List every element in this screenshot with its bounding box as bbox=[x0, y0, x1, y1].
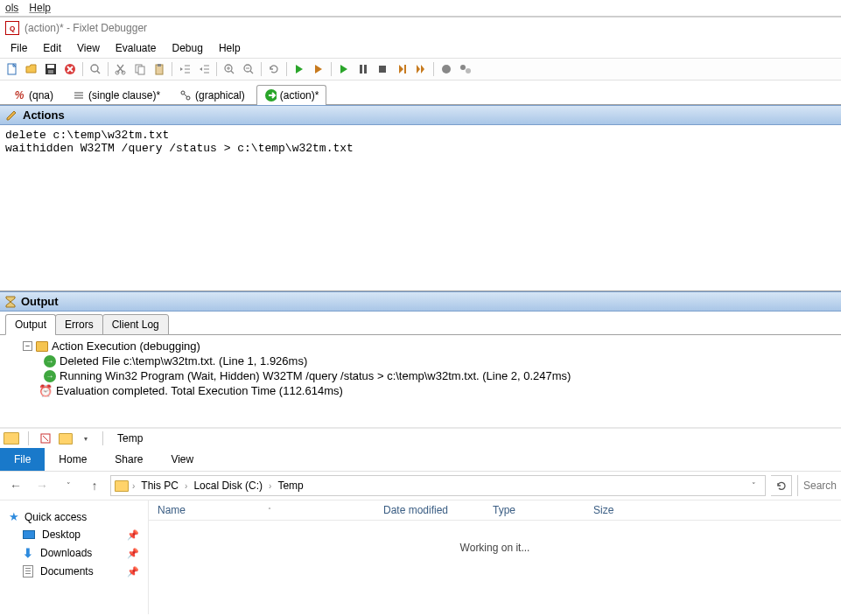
nav-downloads[interactable]: ⬇ Downloads 📌 bbox=[4, 543, 144, 563]
paste-icon[interactable] bbox=[151, 60, 168, 78]
file-list-view[interactable]: Name ˄ Date modified Type Size Working o… bbox=[149, 500, 841, 614]
navigation-row: ← → ˅ ↑ › This PC › Local Disk (C:) › Te… bbox=[0, 472, 841, 500]
tree-item-label: Deleted File c:\temp\w32tm.txt. (Line 1,… bbox=[60, 354, 307, 368]
svg-point-32 bbox=[466, 68, 471, 74]
tab-qna[interactable]: % (qna) bbox=[5, 85, 61, 105]
app-icon: Q bbox=[5, 21, 19, 35]
svg-line-6 bbox=[97, 71, 100, 74]
column-date-modified[interactable]: Date modified bbox=[375, 500, 484, 520]
tree-root-row[interactable]: − Action Execution (debugging) bbox=[9, 339, 832, 354]
navigation-pane: ★ Quick access Desktop 📌 ⬇ Downloads 📌 D… bbox=[0, 500, 149, 614]
actions-editor[interactable]: delete c:\temp\w32tm.txt waithidden W32T… bbox=[0, 125, 841, 291]
tree-collapse-icon[interactable]: − bbox=[23, 341, 32, 351]
search-icon[interactable] bbox=[87, 60, 104, 78]
chevron-right-icon[interactable]: › bbox=[130, 481, 137, 491]
zoom-in-icon[interactable] bbox=[221, 60, 238, 78]
output-tab-errors[interactable]: Errors bbox=[55, 314, 103, 335]
ribbon-tab-home[interactable]: Home bbox=[45, 448, 101, 471]
step-over-icon[interactable] bbox=[393, 60, 410, 78]
tree-eval-label: Evaluation completed. Total Execution Ti… bbox=[56, 384, 343, 397]
breadcrumb-local-disk[interactable]: Local Disk (C:) bbox=[191, 480, 265, 492]
address-bar[interactable]: › This PC › Local Disk (C:) › Temp ˅ bbox=[110, 475, 766, 496]
up-button[interactable]: ↑ bbox=[84, 475, 105, 496]
folder-icon bbox=[115, 480, 129, 492]
ribbon-tab-share[interactable]: Share bbox=[101, 448, 157, 471]
recent-dropdown[interactable]: ˅ bbox=[58, 475, 79, 496]
ribbon-tabs: File Home Share View bbox=[0, 448, 841, 472]
breadcrumb-this-pc[interactable]: This PC bbox=[138, 480, 181, 492]
run-alt-icon[interactable] bbox=[310, 60, 327, 78]
stop-close-icon[interactable] bbox=[61, 60, 79, 78]
debug-run-icon[interactable] bbox=[335, 60, 353, 78]
nav-documents[interactable]: Documents 📌 bbox=[4, 563, 144, 580]
bg-menu-item[interactable]: Help bbox=[29, 2, 51, 14]
breakpoints-manage-icon[interactable] bbox=[457, 60, 474, 78]
tree-eval-row: ⏰ Evaluation completed. Total Execution … bbox=[9, 383, 832, 398]
ribbon-tab-view[interactable]: View bbox=[157, 448, 207, 471]
output-tabs: Output Errors Client Log bbox=[0, 312, 841, 334]
zoom-out-icon[interactable] bbox=[240, 60, 257, 78]
menu-help[interactable]: Help bbox=[212, 40, 248, 56]
address-dropdown-icon[interactable]: ˅ bbox=[746, 481, 761, 490]
forward-button[interactable]: → bbox=[32, 475, 53, 496]
column-label: Name bbox=[158, 504, 186, 516]
folder-icon bbox=[36, 341, 48, 352]
new-file-icon[interactable] bbox=[4, 60, 21, 78]
back-button[interactable]: ← bbox=[5, 475, 26, 496]
save-icon[interactable] bbox=[42, 60, 60, 78]
tab-label: (single clause)* bbox=[88, 89, 160, 102]
folder-icon[interactable] bbox=[59, 433, 73, 444]
qat-properties-icon[interactable] bbox=[38, 430, 53, 446]
single-clause-icon bbox=[73, 89, 85, 102]
menu-evaluate[interactable]: Evaluate bbox=[109, 40, 164, 56]
nav-desktop[interactable]: Desktop 📌 bbox=[4, 526, 144, 543]
ribbon-tab-file[interactable]: File bbox=[0, 448, 45, 471]
desktop-icon bbox=[23, 530, 35, 539]
cut-icon[interactable] bbox=[112, 60, 130, 78]
indent-icon[interactable] bbox=[195, 60, 213, 78]
chevron-right-icon[interactable]: › bbox=[183, 481, 189, 491]
breadcrumb-temp[interactable]: Temp bbox=[275, 480, 305, 492]
toolbar-separator bbox=[286, 62, 287, 76]
document-tabs: % (qna) (single clause)* (graphical) (ac… bbox=[0, 80, 841, 105]
pin-icon: 📌 bbox=[127, 548, 139, 559]
column-name[interactable]: Name ˄ bbox=[149, 500, 375, 520]
qat-separator bbox=[28, 431, 29, 445]
chevron-right-icon[interactable]: › bbox=[267, 481, 273, 491]
qat-customize-icon[interactable]: ▾ bbox=[78, 430, 94, 446]
menu-edit[interactable]: Edit bbox=[36, 40, 68, 56]
stop-icon[interactable] bbox=[374, 60, 391, 78]
tab-graphical[interactable]: (graphical) bbox=[172, 85, 253, 105]
search-input[interactable]: Search bbox=[797, 475, 836, 496]
refresh-button[interactable] bbox=[771, 475, 792, 496]
step-continue-icon[interactable] bbox=[412, 60, 430, 78]
nav-quick-access[interactable]: ★ Quick access bbox=[4, 508, 144, 526]
copy-icon[interactable] bbox=[131, 60, 149, 78]
tree-item-row[interactable]: → Running Win32 Program (Wait, Hidden) W… bbox=[9, 368, 832, 383]
bg-menu-item[interactable]: ols bbox=[5, 2, 18, 14]
explorer-title: Temp bbox=[117, 432, 143, 444]
column-type[interactable]: Type bbox=[484, 500, 585, 520]
nav-label: Downloads bbox=[40, 547, 92, 559]
outdent-icon[interactable] bbox=[176, 60, 193, 78]
tree-item-row[interactable]: → Deleted File c:\temp\w32tm.txt. (Line … bbox=[9, 354, 832, 368]
menu-debug[interactable]: Debug bbox=[165, 40, 210, 56]
output-tab-output[interactable]: Output bbox=[5, 314, 56, 335]
hourglass-icon bbox=[5, 296, 16, 308]
toolbar-separator bbox=[261, 62, 262, 76]
svg-rect-27 bbox=[364, 65, 367, 74]
refresh-icon[interactable] bbox=[265, 60, 283, 78]
run-icon[interactable] bbox=[291, 60, 308, 78]
column-size[interactable]: Size bbox=[585, 500, 655, 520]
menu-file[interactable]: File bbox=[4, 40, 34, 56]
output-tab-clientlog[interactable]: Client Log bbox=[102, 314, 169, 335]
menu-view[interactable]: View bbox=[70, 40, 107, 56]
tab-action[interactable]: (action)* bbox=[256, 85, 327, 105]
svg-point-31 bbox=[460, 65, 466, 70]
tab-single-clause[interactable]: (single clause)* bbox=[65, 85, 168, 105]
menubar: File Edit View Evaluate Debug Help bbox=[0, 38, 841, 58]
tab-label: (graphical) bbox=[195, 89, 245, 102]
open-file-icon[interactable] bbox=[23, 60, 40, 78]
breakpoint-icon[interactable] bbox=[438, 60, 455, 78]
pause-icon[interactable] bbox=[354, 60, 372, 78]
